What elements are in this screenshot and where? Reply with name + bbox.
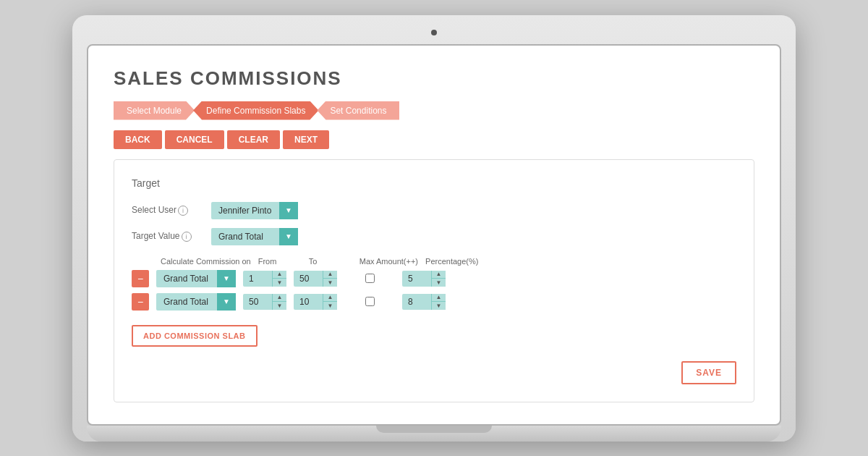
header-calc: Calculate Commission on	[161, 257, 251, 266]
slab-1-to-wrapper: ▲ ▼	[294, 271, 337, 287]
slab-1-pct-up[interactable]: ▲	[432, 271, 446, 279]
slab-1-pct-spinners: ▲ ▼	[431, 271, 446, 287]
slab-2-from-spinners: ▲ ▼	[272, 294, 286, 310]
slab-2-calc-select[interactable]: Grand Total	[156, 293, 236, 311]
slab-1-from-spinners: ▲ ▼	[272, 271, 286, 287]
content-card: Target Select Useri Jennifer Pinto ▼ Tar…	[114, 159, 754, 402]
slab-2-pct-spinners: ▲ ▼	[431, 294, 446, 310]
slab-2-to-spinners: ▲ ▼	[323, 294, 337, 310]
card-title: Target	[132, 177, 736, 189]
stepper: Select Module Define Commission Slabs Se…	[114, 101, 754, 120]
slab-1-pct-wrapper: ▲ ▼	[402, 271, 446, 287]
laptop-base	[87, 426, 781, 442]
slab-headers: Calculate Commission on From To Max Amou…	[132, 257, 736, 266]
save-area: SAVE	[132, 361, 736, 384]
slab-2-pct-up[interactable]: ▲	[432, 294, 446, 303]
slab-1-calc-wrapper: Grand Total ▼	[156, 270, 236, 287]
header-from: From	[258, 257, 302, 266]
step-select-module[interactable]: Select Module	[114, 101, 195, 120]
screen: SALES COMMISSIONS Select Module Define C…	[87, 44, 781, 426]
slab-2-max-cell	[344, 297, 395, 306]
select-user-input[interactable]: Jennifer Pinto	[211, 202, 298, 219]
slab-2-to-down[interactable]: ▼	[323, 302, 337, 310]
cancel-button[interactable]: CANCEL	[165, 130, 224, 149]
slab-2-max-checkbox[interactable]	[365, 297, 375, 306]
slab-2-from-wrapper: ▲ ▼	[243, 294, 286, 310]
slab-2-from-up[interactable]: ▲	[273, 294, 286, 303]
save-button[interactable]: SAVE	[681, 361, 736, 384]
slab-section: Calculate Commission on From To Max Amou…	[132, 257, 736, 347]
slab-1-pct-down[interactable]: ▼	[432, 279, 446, 287]
target-value-wrapper: Grand Total ▼	[211, 228, 298, 245]
select-user-info-icon: i	[178, 206, 188, 216]
slab-1-max-checkbox[interactable]	[365, 274, 375, 283]
slab-2-calc-wrapper: Grand Total ▼	[156, 293, 236, 311]
slab-2-pct-wrapper: ▲ ▼	[402, 294, 446, 310]
slab-1-to-up[interactable]: ▲	[323, 271, 337, 279]
target-value-label: Target Valuei	[132, 231, 204, 242]
back-button[interactable]: BACK	[114, 130, 162, 149]
clear-button[interactable]: CLEAR	[227, 130, 280, 149]
slab-1-to-down[interactable]: ▼	[323, 279, 337, 287]
add-slab-button[interactable]: ADD COMMISSION SLAB	[132, 325, 258, 347]
header-max: Max Amount(++)	[359, 257, 418, 266]
select-user-wrapper: Jennifer Pinto ▼	[211, 202, 298, 219]
slab-1-remove-button[interactable]: −	[132, 270, 149, 287]
slab-2-from-down[interactable]: ▼	[273, 302, 286, 310]
slab-1-from-wrapper: ▲ ▼	[243, 271, 286, 287]
slab-1-max-cell	[344, 274, 395, 283]
step-define-slabs[interactable]: Define Commission Slabs	[193, 101, 318, 120]
slab-row-2: − Grand Total ▼ ▲ ▼	[132, 293, 736, 311]
slab-1-calc-select[interactable]: Grand Total	[156, 270, 236, 287]
next-button[interactable]: NEXT	[283, 130, 329, 149]
slab-1-to-spinners: ▲ ▼	[323, 271, 337, 287]
slab-1-from-down[interactable]: ▼	[273, 279, 286, 287]
target-value-row: Target Valuei Grand Total ▼	[132, 228, 736, 245]
page-title: SALES COMMISSIONS	[114, 67, 754, 90]
slab-1-from-up[interactable]: ▲	[273, 271, 286, 279]
header-pct: Percentage(%)	[425, 257, 483, 266]
slab-2-to-wrapper: ▲ ▼	[294, 294, 337, 310]
step-set-conditions[interactable]: Set Conditions	[317, 101, 399, 120]
select-user-row: Select Useri Jennifer Pinto ▼	[132, 202, 736, 219]
target-value-info-icon: i	[182, 232, 192, 242]
slab-row-1: − Grand Total ▼ ▲ ▼	[132, 270, 736, 287]
select-user-label: Select Useri	[132, 205, 204, 216]
slab-2-remove-button[interactable]: −	[132, 293, 149, 311]
slab-2-to-up[interactable]: ▲	[323, 294, 337, 303]
header-to: To	[309, 257, 352, 266]
target-value-input[interactable]: Grand Total	[211, 228, 298, 245]
toolbar: BACK CANCEL CLEAR NEXT	[114, 130, 754, 149]
slab-2-pct-down[interactable]: ▼	[432, 302, 446, 310]
laptop-camera	[431, 30, 437, 35]
